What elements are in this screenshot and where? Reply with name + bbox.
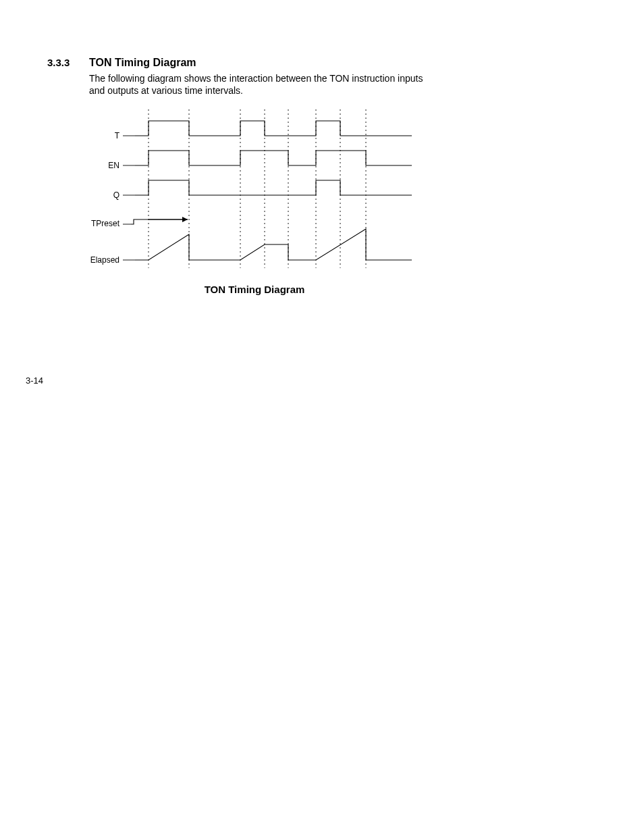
signal-label-tpreset: TPreset bbox=[91, 219, 120, 228]
section-number: 3.3.3 bbox=[47, 57, 89, 68]
timing-diagram-svg: T EN Q TPreset Elapsed bbox=[89, 106, 420, 271]
diagram-caption: TON Timing Diagram bbox=[89, 284, 420, 295]
section-header: 3.3.3 TON Timing Diagram bbox=[47, 57, 603, 69]
section-body: The following diagram shows the interact… bbox=[89, 73, 427, 97]
section-title: TON Timing Diagram bbox=[89, 57, 196, 69]
page-number: 3-14 bbox=[26, 375, 43, 386]
signal-label-q: Q bbox=[113, 190, 119, 200]
svg-marker-13 bbox=[182, 217, 188, 222]
timing-diagram: T EN Q TPreset Elapsed bbox=[89, 106, 603, 274]
page: 3.3.3 TON Timing Diagram The following d… bbox=[0, 0, 644, 834]
signal-label-en: EN bbox=[108, 161, 119, 170]
signal-label-elapsed: Elapsed bbox=[90, 255, 119, 265]
signal-label-t: T bbox=[115, 131, 120, 140]
